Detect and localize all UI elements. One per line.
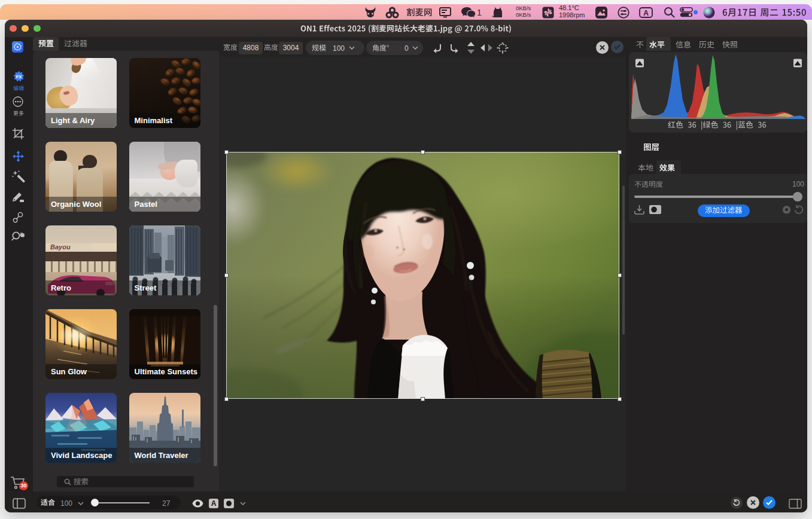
svg-text:A: A — [643, 9, 649, 17]
svg-text:FX: FX — [16, 74, 22, 80]
